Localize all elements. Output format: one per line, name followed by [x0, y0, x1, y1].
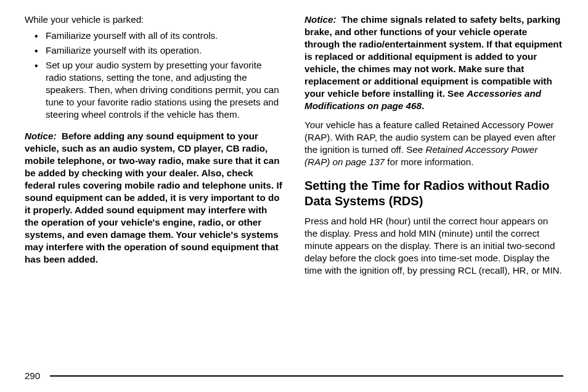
notice-block: Notice: Before adding any sound equipmen…	[25, 130, 284, 266]
notice-label: Notice:	[304, 14, 336, 25]
notice-body-part-a: The chime signals related to safety belt…	[304, 14, 562, 99]
notice-block: Notice: The chime signals related to saf…	[304, 14, 563, 113]
columns: While your vehicle is parked: Familiariz…	[25, 14, 563, 364]
manual-page: While your vehicle is parked: Familiariz…	[0, 0, 588, 392]
footer-rule	[50, 375, 563, 377]
intro-text: While your vehicle is parked:	[25, 14, 284, 26]
notice-body-part-b: .	[422, 100, 424, 111]
notice-label: Notice:	[25, 131, 56, 141]
list-item: Familiarize yourself with all of its con…	[25, 30, 284, 42]
bullet-list: Familiarize yourself with all of its con…	[25, 30, 284, 121]
rap-text-b: for more information.	[385, 157, 473, 167]
page-number: 290	[25, 370, 40, 381]
setting-time-body: Press and hold HR (hour) until the corre…	[304, 215, 563, 277]
list-item: Familiarize yourself with its operation.	[25, 44, 284, 57]
page-footer: 290	[25, 370, 563, 381]
right-column: Notice: The chime signals related to saf…	[304, 14, 563, 364]
section-heading: Setting the Time for Radios without Radi…	[304, 178, 563, 209]
notice-body: Before adding any sound equipment to you…	[25, 131, 282, 265]
rap-paragraph: Your vehicle has a feature called Retain…	[304, 119, 563, 168]
list-item: Set up your audio system by presetting y…	[25, 59, 284, 121]
left-column: While your vehicle is parked: Familiariz…	[25, 14, 284, 364]
